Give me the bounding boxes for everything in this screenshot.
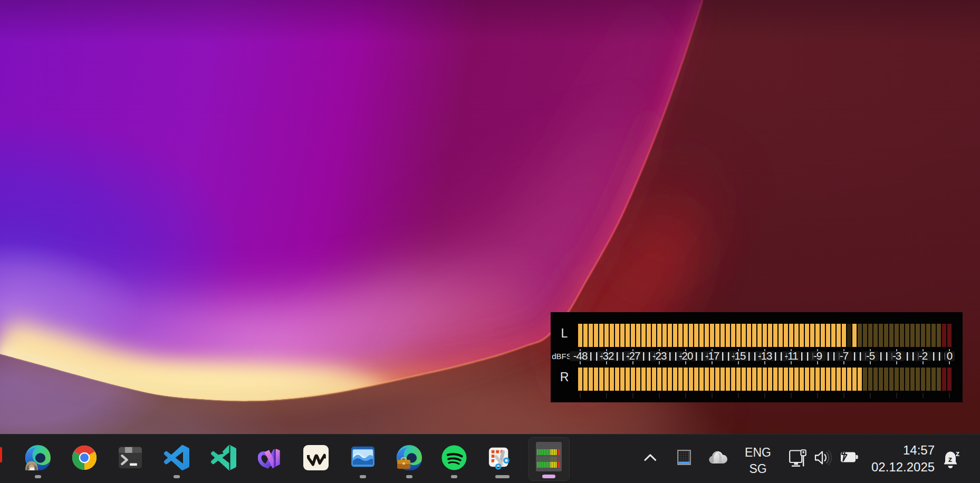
svg-text:-11: -11: [784, 350, 798, 362]
svg-text:-13: -13: [758, 350, 772, 362]
svg-text:-15: -15: [732, 350, 746, 362]
svg-text:-32: -32: [600, 350, 614, 362]
svg-text:L: L: [561, 326, 568, 340]
svg-text:-9: -9: [813, 350, 822, 362]
svg-text:-2: -2: [919, 350, 928, 362]
svg-text:-20: -20: [679, 350, 693, 362]
svg-text:z: z: [948, 455, 953, 463]
svg-text:-17: -17: [705, 350, 719, 362]
svg-text:-27: -27: [626, 350, 640, 362]
svg-text:-48: -48: [573, 350, 588, 362]
svg-text:-5: -5: [866, 350, 875, 362]
svg-text:-3: -3: [892, 350, 901, 362]
svg-text:z: z: [956, 449, 960, 458]
svg-text:-23: -23: [652, 350, 667, 362]
svg-text:R: R: [560, 370, 569, 384]
svg-text:0: 0: [947, 350, 953, 362]
svg-text:dBFS: dBFS: [552, 352, 572, 361]
svg-text:-7: -7: [840, 350, 849, 362]
